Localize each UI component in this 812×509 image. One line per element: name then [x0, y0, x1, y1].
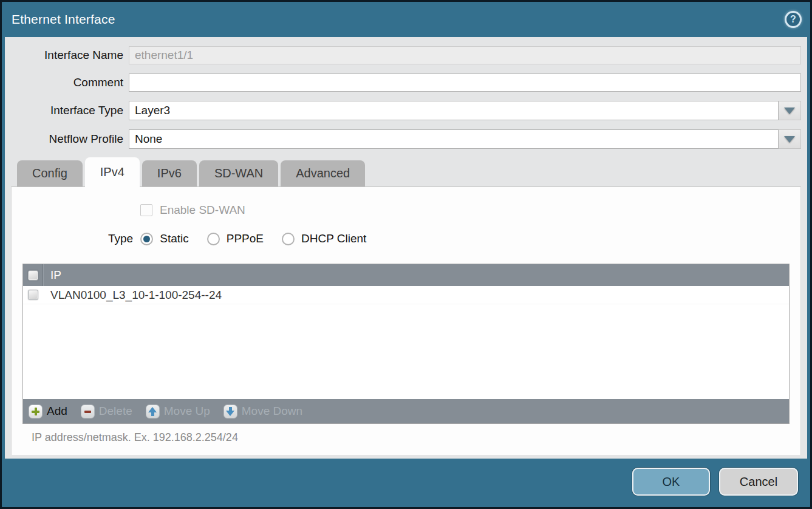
tab-config[interactable]: Config: [17, 160, 83, 186]
netflow-profile-dropdown-button[interactable]: [779, 129, 801, 149]
move-up-label: Move Up: [164, 405, 210, 418]
netflow-profile-label: Netflow Profile: [11, 132, 123, 146]
move-down-label: Move Down: [242, 405, 302, 418]
cancel-button[interactable]: Cancel: [719, 468, 798, 496]
tab-advanced[interactable]: Advanced: [281, 160, 365, 186]
tab-ipv4[interactable]: IPv4: [85, 157, 140, 187]
row-checkbox[interactable]: [28, 290, 38, 300]
interface-name-row: Interface Name: [11, 46, 801, 64]
enable-sdwan-checkbox: [140, 204, 152, 216]
radio-dhcp-client-label: DHCP Client: [301, 232, 366, 245]
move-down-button: Move Down: [223, 405, 302, 418]
add-button[interactable]: Add: [29, 405, 67, 418]
radio-static[interactable]: Static: [140, 232, 189, 245]
ip-column-header: IP: [43, 268, 61, 282]
question-mark-glyph: ?: [790, 15, 796, 24]
dialog-title: Ethernet Interface: [12, 12, 115, 27]
radio-dot: [143, 236, 150, 242]
type-row: Type Static PPPoE DHCP Client: [108, 231, 790, 247]
ip-table: IP VLAN0100_L3_10-1-100-254--24 Add: [22, 264, 790, 424]
chevron-down-icon: [784, 108, 795, 114]
minus-icon: [81, 405, 95, 418]
interface-type-combo[interactable]: [129, 101, 801, 120]
radio-pppoe-control[interactable]: [207, 233, 220, 245]
comment-label: Comment: [11, 76, 123, 89]
ethernet-interface-dialog: Ethernet Interface ? Interface Name Comm…: [0, 0, 812, 509]
radio-pppoe-label: PPPoE: [227, 232, 264, 245]
tab-strip: Config IPv4 IPv6 SD-WAN Advanced: [11, 157, 801, 186]
delete-label: Delete: [99, 405, 132, 418]
ip-table-header: IP: [23, 264, 789, 286]
ip-table-body: VLAN0100_L3_10-1-100-254--24: [23, 286, 789, 399]
header-checkbox-cell: [23, 264, 43, 286]
interface-name-input: [129, 46, 801, 64]
move-up-button: Move Up: [146, 405, 210, 418]
netflow-profile-combo[interactable]: [129, 129, 801, 149]
table-row[interactable]: VLAN0100_L3_10-1-100-254--24: [23, 286, 789, 304]
comment-row: Comment: [11, 73, 801, 92]
dialog-body: Interface Name Comment Interface Type Ne…: [5, 37, 807, 459]
delete-button: Delete: [81, 405, 132, 418]
comment-input[interactable]: [129, 73, 801, 92]
tab-ipv6[interactable]: IPv6: [142, 160, 197, 186]
hint-text: IP address/netmask. Ex. 192.168.2.254/24: [32, 431, 790, 444]
type-label: Type: [108, 232, 133, 245]
ok-button[interactable]: OK: [632, 468, 710, 496]
add-label: Add: [47, 405, 67, 418]
select-all-checkbox[interactable]: [28, 270, 38, 281]
interface-type-row: Interface Type: [11, 101, 801, 120]
radio-static-label: Static: [160, 232, 189, 245]
interface-name-label: Interface Name: [11, 49, 123, 62]
interface-type-label: Interface Type: [11, 104, 123, 117]
plus-icon: [29, 405, 43, 418]
ipv4-panel: Enable SD-WAN Type Static PPPoE DHCP Cli…: [11, 186, 801, 455]
enable-sdwan-row: Enable SD-WAN: [140, 203, 790, 217]
tab-sdwan[interactable]: SD-WAN: [199, 160, 278, 186]
ip-cell: VLAN0100_L3_10-1-100-254--24: [43, 289, 222, 302]
netflow-profile-row: Netflow Profile: [11, 129, 801, 149]
help-icon[interactable]: ?: [785, 11, 802, 28]
chevron-down-icon: [784, 136, 795, 143]
netflow-profile-input[interactable]: [129, 129, 779, 149]
arrow-up-icon: [146, 405, 160, 418]
interface-type-input[interactable]: [129, 101, 779, 120]
enable-sdwan-label: Enable SD-WAN: [160, 203, 245, 217]
radio-static-control[interactable]: [140, 233, 153, 245]
row-checkbox-cell: [23, 290, 43, 300]
dialog-footer: OK Cancel: [2, 459, 810, 507]
radio-dhcp-client[interactable]: DHCP Client: [282, 232, 366, 245]
table-toolbar: Add Delete Move Up Move Down: [23, 399, 789, 423]
dialog-titlebar: Ethernet Interface ?: [2, 2, 810, 37]
arrow-down-icon: [223, 405, 237, 418]
radio-pppoe[interactable]: PPPoE: [207, 232, 264, 245]
interface-type-dropdown-button[interactable]: [779, 101, 801, 120]
radio-dhcp-client-control[interactable]: [282, 233, 295, 245]
